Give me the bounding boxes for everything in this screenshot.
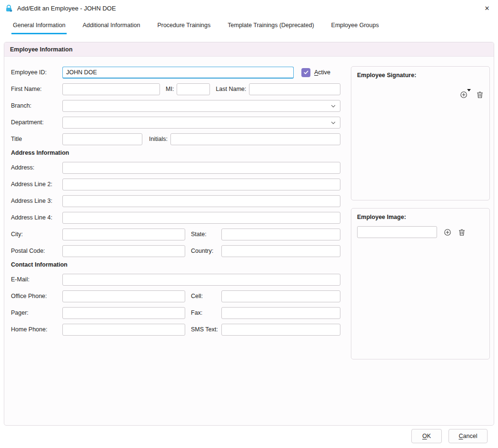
- employee-id-row: Employee ID: Active: [11, 66, 340, 79]
- address-line2-label: Address Line 2:: [11, 181, 62, 188]
- country-label: Country:: [191, 248, 221, 254]
- home-phone-label: Home Phone:: [11, 326, 62, 333]
- active-checkbox[interactable]: [301, 68, 310, 77]
- titlebar: Add/Edit an Employee - JOHN DOE ✕: [0, 0, 498, 16]
- cell-input[interactable]: [221, 290, 340, 302]
- title-input[interactable]: [62, 133, 142, 145]
- tab-additional-information[interactable]: Additional Information: [81, 19, 141, 34]
- pager-fax-row: Pager: Fax:: [11, 307, 340, 319]
- city-input[interactable]: [62, 229, 185, 240]
- trash-icon: [476, 91, 484, 99]
- city-label: City:: [11, 231, 62, 238]
- state-input[interactable]: [221, 229, 340, 240]
- postal-country-row: Postal Code: Country:: [11, 245, 340, 257]
- group-header: Employee Information: [4, 42, 494, 57]
- fax-label: Fax:: [191, 309, 221, 316]
- trash-icon: [458, 229, 466, 236]
- chevron-down-icon: [330, 103, 336, 109]
- address-row: Address:: [11, 161, 340, 174]
- branch-select[interactable]: [62, 100, 340, 112]
- address-line4-input[interactable]: [62, 212, 340, 224]
- ok-button[interactable]: OK: [411, 429, 442, 443]
- chevron-down-icon: [330, 120, 336, 126]
- city-state-row: City: State:: [11, 228, 340, 240]
- tab-employee-groups[interactable]: Employee Groups: [330, 19, 380, 34]
- first-name-label: First Name:: [11, 86, 62, 92]
- email-label: E-Mail:: [11, 276, 62, 283]
- address-line2-input[interactable]: [62, 179, 340, 190]
- employee-image-input[interactable]: [357, 226, 437, 238]
- address-line4-label: Address Line 4:: [11, 214, 62, 221]
- employee-signature-panel: Employee Signature:: [351, 66, 490, 200]
- employee-image-title: Employee Image:: [357, 214, 484, 220]
- add-image-button[interactable]: [444, 229, 451, 236]
- sms-text-input[interactable]: [221, 324, 340, 336]
- employee-id-label: Employee ID:: [11, 69, 62, 76]
- address-line3-label: Address Line 3:: [11, 198, 62, 204]
- last-name-label: Last Name:: [216, 86, 246, 92]
- office-phone-input[interactable]: [62, 290, 185, 302]
- email-input[interactable]: [62, 274, 340, 286]
- country-input[interactable]: [221, 245, 340, 257]
- signature-toolbar: [357, 91, 484, 99]
- postal-code-input[interactable]: [62, 245, 185, 257]
- state-label: State:: [191, 231, 221, 238]
- postal-code-label: Postal Code:: [11, 248, 62, 254]
- group-title: Employee Information: [10, 46, 72, 53]
- employee-image-panel: Employee Image:: [351, 208, 490, 359]
- department-select[interactable]: [62, 117, 340, 129]
- address-information-header: Address Information: [11, 149, 340, 156]
- employee-id-input[interactable]: [62, 67, 294, 79]
- tab-procedure-trainings[interactable]: Procedure Trainings: [156, 19, 212, 34]
- employee-signature-title: Employee Signature:: [357, 72, 484, 79]
- address3-row: Address Line 3:: [11, 195, 340, 207]
- window-title: Add/Edit an Employee - JOHN DOE: [17, 5, 116, 12]
- employee-information-group: Employee Information Employee ID: Active…: [4, 42, 494, 426]
- cell-label: Cell:: [191, 293, 221, 299]
- add-edit-employee-dialog: { "window": { "title": "Add/Edit an Empl…: [0, 0, 498, 448]
- home-phone-input[interactable]: [62, 324, 185, 336]
- mi-label: MI:: [166, 86, 174, 92]
- title-row: Title Initials:: [11, 133, 340, 145]
- lock-icon: [5, 4, 13, 12]
- delete-image-button[interactable]: [458, 229, 466, 236]
- first-name-input[interactable]: [62, 83, 160, 95]
- fax-input[interactable]: [221, 307, 340, 319]
- image-toolbar: [357, 226, 484, 238]
- tab-bar: General Information Additional Informati…: [0, 16, 498, 34]
- address-input[interactable]: [62, 162, 340, 174]
- dialog-footer: OK Cancel: [411, 429, 488, 443]
- cancel-button[interactable]: Cancel: [448, 429, 488, 443]
- address-label: Address:: [11, 164, 62, 171]
- mi-input[interactable]: [177, 83, 210, 95]
- branch-label: Branch:: [11, 102, 62, 109]
- circle-plus-icon: [460, 91, 468, 99]
- contact-information-header: Contact Information: [11, 261, 340, 268]
- office-cell-row: Office Phone: Cell:: [11, 290, 340, 302]
- pager-label: Pager:: [11, 309, 62, 316]
- department-row: Department:: [11, 116, 340, 129]
- title-label: Title: [11, 136, 62, 142]
- add-signature-button[interactable]: [460, 91, 468, 99]
- close-button[interactable]: ✕: [476, 0, 498, 16]
- address2-row: Address Line 2:: [11, 178, 340, 190]
- dropdown-arrow-icon: [467, 89, 471, 91]
- form-column: Employee ID: Active First Name: MI: Last…: [11, 66, 340, 359]
- home-sms-row: Home Phone: SMS Text:: [11, 323, 340, 336]
- name-row: First Name: MI: Last Name:: [11, 83, 340, 95]
- last-name-input[interactable]: [249, 83, 340, 95]
- address4-row: Address Line 4:: [11, 211, 340, 224]
- address-line3-input[interactable]: [62, 195, 340, 207]
- initials-input[interactable]: [170, 133, 340, 145]
- tab-template-trainings[interactable]: Template Trainings (Deprecated): [226, 19, 315, 34]
- group-content: Employee ID: Active First Name: MI: Last…: [4, 57, 494, 359]
- pager-input[interactable]: [62, 307, 185, 319]
- side-column: Employee Signature:: [351, 66, 490, 359]
- active-label: Active: [314, 69, 330, 76]
- tab-general-information[interactable]: General Information: [11, 19, 67, 34]
- circle-plus-icon: [444, 229, 451, 236]
- delete-signature-button[interactable]: [476, 91, 484, 99]
- office-phone-label: Office Phone:: [11, 293, 62, 299]
- branch-row: Branch:: [11, 100, 340, 112]
- check-icon: [303, 70, 309, 75]
